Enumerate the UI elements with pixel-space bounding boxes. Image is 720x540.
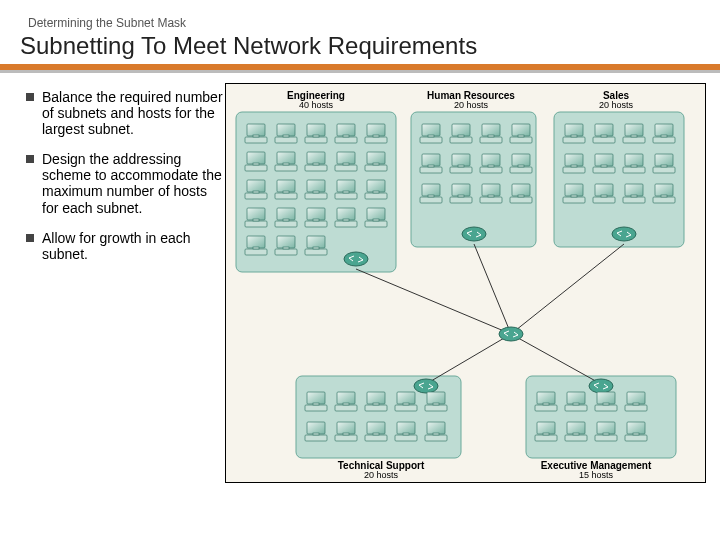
bullet-list: Balance the required number of subnets a… (20, 83, 225, 483)
bullet-text: Allow for growth in each subnet. (42, 230, 225, 262)
diagram-svg (226, 84, 696, 484)
bullet-marker-icon (26, 93, 34, 101)
bullet-item: Allow for growth in each subnet. (20, 230, 225, 262)
bullet-marker-icon (26, 155, 34, 163)
edge-router-icon (462, 227, 486, 241)
bullet-item: Design the addressing scheme to accommod… (20, 151, 225, 215)
bullet-marker-icon (26, 234, 34, 242)
bullet-text: Balance the required number of subnets a… (42, 89, 225, 137)
edge-router-icon (612, 227, 636, 241)
content-row: Balance the required number of subnets a… (0, 73, 720, 483)
page-title: Subnetting To Meet Network Requirements (0, 32, 720, 64)
edge-router-icon (344, 252, 368, 266)
core-router-icon (499, 327, 523, 341)
section-kicker: Determining the Subnet Mask (0, 0, 720, 32)
bullet-text: Design the addressing scheme to accommod… (42, 151, 225, 215)
svg-line-12 (426, 334, 511, 384)
svg-line-11 (511, 244, 624, 334)
bullet-item: Balance the required number of subnets a… (20, 89, 225, 137)
edge-router-icon (414, 379, 438, 393)
network-diagram: Engineering 40 hosts Human Resources 20 … (225, 83, 706, 483)
edge-router-icon (589, 379, 613, 393)
